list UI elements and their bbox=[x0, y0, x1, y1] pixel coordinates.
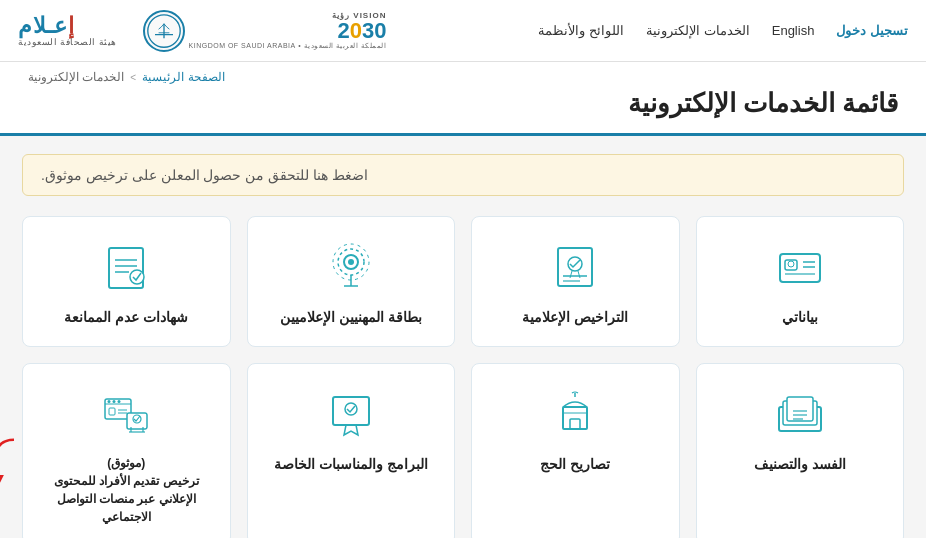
mawthooq-container: (موثوق) ترخيص تقديم الأفراد للمحتوى الإع… bbox=[22, 363, 231, 538]
svg-rect-42 bbox=[109, 408, 115, 415]
license-icon bbox=[547, 239, 603, 295]
logo-sub: هيئة الصحافة السعودية bbox=[18, 37, 117, 47]
service-card-tasareh[interactable]: تصاريح الحج bbox=[471, 363, 680, 538]
svg-rect-4 bbox=[780, 254, 820, 282]
arrow-indicator bbox=[0, 435, 24, 499]
svg-point-9 bbox=[788, 261, 794, 267]
header-nav: تسجيل دخول English الخدمات الإلكترونية ا… bbox=[538, 23, 908, 38]
social-media-icon bbox=[98, 386, 154, 442]
service-label-shahadat: شهادات عدم الممانعة bbox=[64, 307, 188, 328]
svg-point-17 bbox=[348, 259, 354, 265]
content: اضغط هنا للتحقق من حصول المعلن على ترخيص… bbox=[0, 136, 926, 538]
service-label-fasad: الفسد والتصنيف bbox=[754, 454, 846, 475]
kaaba-icon bbox=[547, 386, 603, 442]
service-label-bitaqa: بطاقة المهنيين الإعلاميين bbox=[280, 307, 422, 328]
folder-stack-icon bbox=[772, 386, 828, 442]
svg-point-40 bbox=[113, 400, 116, 403]
service-card-mawthooq[interactable]: (موثوق) ترخيص تقديم الأفراد للمحتوى الإع… bbox=[22, 363, 231, 538]
breadcrumb-home[interactable]: الصفحة الرئيسية bbox=[142, 70, 224, 84]
service-card-baramej[interactable]: البرامج والمناسبات الخاصة bbox=[247, 363, 456, 538]
id-card-icon bbox=[772, 239, 828, 295]
service-card-bayanati[interactable]: بياناتي bbox=[696, 216, 905, 347]
breadcrumb: الصفحة الرئيسية > الخدمات الإلكترونية bbox=[28, 70, 898, 84]
svg-point-41 bbox=[118, 400, 121, 403]
breadcrumb-current: الخدمات الإلكترونية bbox=[28, 70, 124, 84]
signal-icon bbox=[323, 239, 379, 295]
info-banner[interactable]: اضغط هنا للتحقق من حصول المعلن على ترخيص… bbox=[22, 154, 904, 196]
english-link[interactable]: English bbox=[772, 23, 815, 38]
vision-emblem bbox=[143, 10, 185, 52]
logo-text: إعـلام هيئة الصحافة السعودية bbox=[18, 15, 117, 47]
svg-point-36 bbox=[345, 403, 357, 415]
page-header: الصفحة الرئيسية > الخدمات الإلكترونية قا… bbox=[0, 62, 926, 136]
check-doc-icon bbox=[98, 239, 154, 295]
breadcrumb-sep: > bbox=[130, 72, 136, 83]
svg-rect-33 bbox=[570, 419, 580, 429]
service-label-bayanati: بياناتي bbox=[782, 307, 818, 328]
page-title: قائمة الخدمات الإلكترونية bbox=[28, 88, 898, 119]
service-card-shahadat[interactable]: شهادات عدم الممانعة bbox=[22, 216, 231, 347]
service-label-mawthooq: (موثوق) ترخيص تقديم الأفراد للمحتوى الإع… bbox=[37, 454, 216, 526]
service-card-bitaqa[interactable]: بطاقة المهنيين الإعلاميين bbox=[247, 216, 456, 347]
service-card-fasad[interactable]: الفسد والتصنيف bbox=[696, 363, 905, 538]
vision-year: 2030 bbox=[337, 20, 386, 42]
service-label-tasareh: تصاريح الحج bbox=[540, 454, 610, 475]
header-logo: VISION رؤية 2030 المملكة العربية السعودي… bbox=[18, 10, 386, 52]
cert-icon bbox=[323, 386, 379, 442]
vision-country: المملكة العربية السعودية • KINGDOM OF SA… bbox=[189, 42, 387, 50]
eservices-link[interactable]: الخدمات الإلكترونية bbox=[646, 23, 750, 38]
login-link[interactable]: تسجيل دخول bbox=[836, 23, 908, 38]
header: تسجيل دخول English الخدمات الإلكترونية ا… bbox=[0, 0, 926, 62]
services-grid: بياناتي التراخيص الإعلامية bbox=[22, 216, 904, 538]
svg-rect-31 bbox=[563, 407, 587, 429]
service-label-baramej: البرامج والمناسبات الخاصة bbox=[274, 454, 428, 475]
vision-logo: VISION رؤية 2030 المملكة العربية السعودي… bbox=[143, 10, 387, 52]
regulations-link[interactable]: اللوائح والأنظمة bbox=[538, 23, 624, 38]
svg-rect-10 bbox=[558, 248, 592, 286]
svg-point-39 bbox=[108, 400, 111, 403]
svg-point-24 bbox=[130, 270, 144, 284]
service-card-tarahees[interactable]: التراخيص الإعلامية bbox=[471, 216, 680, 347]
svg-rect-27 bbox=[787, 397, 813, 421]
logo-main: إعـلام bbox=[18, 15, 75, 37]
service-label-tarahees: التراخيص الإعلامية bbox=[522, 307, 628, 328]
